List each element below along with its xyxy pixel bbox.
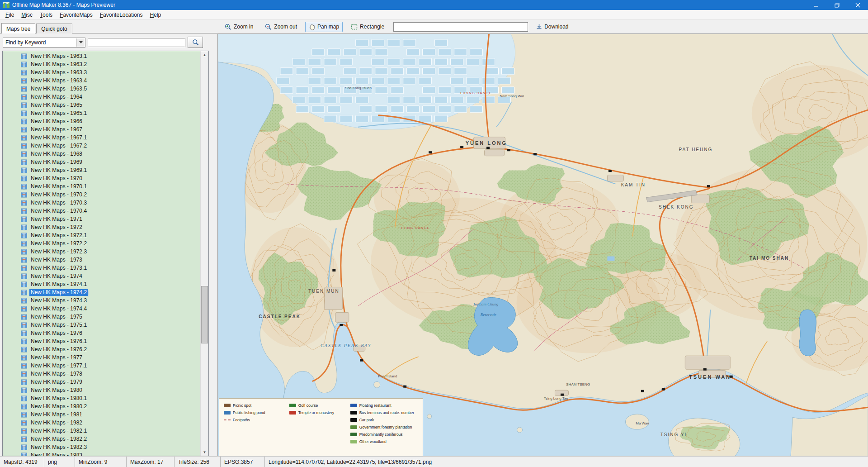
tree-item[interactable]: New HK Maps - 1972.1 — [3, 231, 201, 239]
menu-item-misc[interactable]: Misc — [18, 10, 36, 19]
tree-item-label: New HK Maps - 1982 — [29, 419, 84, 426]
tree-item[interactable]: New HK Maps - 1963.5 — [3, 85, 201, 93]
tree-item[interactable]: New HK Maps - 1972 — [3, 223, 201, 231]
tree-item[interactable]: New HK Maps - 1963.4 — [3, 76, 201, 85]
tree-item[interactable]: New HK Maps - 1974.3 — [3, 296, 201, 305]
menu-item-favoritemaps[interactable]: FavoriteMaps — [56, 10, 96, 19]
tree-item-label: New HK Maps - 1973 — [29, 257, 84, 263]
panel-splitter[interactable] — [209, 33, 217, 456]
tree-item[interactable]: New HK Maps - 1968 — [3, 150, 201, 158]
tree-item-label: New HK Maps - 1974.4 — [29, 305, 88, 312]
tree-item[interactable]: New HK Maps - 1965 — [3, 101, 201, 109]
tree-item-label: New HK Maps - 1972.1 — [29, 232, 88, 239]
tree-item[interactable]: New HK Maps - 1973 — [3, 256, 201, 264]
tree-item-label: New HK Maps - 1969.1 — [29, 167, 88, 174]
hand-icon — [309, 24, 315, 30]
tree-item[interactable]: New HK Maps - 1981 — [3, 410, 201, 419]
tree-item[interactable]: New HK Maps - 1974 — [3, 272, 201, 280]
tree-scrollbar[interactable]: ▲ ▼ — [200, 51, 208, 456]
tree-item[interactable]: New HK Maps - 1975 — [3, 313, 201, 321]
menubar: FileMiscToolsFavoriteMapsFavoriteLocatio… — [0, 10, 868, 20]
scroll-up-icon[interactable]: ▲ — [201, 51, 208, 58]
tree-item[interactable]: New HK Maps - 1963.1 — [3, 52, 201, 60]
status-bar: MapsID: 4319pngMinZoom: 9MaxZoom: 17Tile… — [0, 456, 868, 467]
scroll-down-icon[interactable]: ▼ — [201, 448, 208, 456]
legend-item-label: Golf course — [298, 403, 318, 408]
tree-item[interactable]: New HK Maps - 1976 — [3, 329, 201, 337]
map-layer-icon — [21, 151, 27, 157]
tree-item-label: New HK Maps - 1983 — [29, 452, 84, 456]
minimize-button[interactable] — [806, 0, 826, 10]
chevron-down-icon[interactable] — [76, 38, 85, 47]
scrollbar-thumb[interactable] — [201, 286, 208, 343]
legend-item: Golf course — [289, 403, 347, 408]
map-layer-icon — [21, 257, 27, 263]
tree-item-label: New HK Maps - 1968 — [29, 151, 84, 157]
map-layer-icon — [21, 298, 27, 304]
tree-item[interactable]: New HK Maps - 1982.3 — [3, 443, 201, 451]
tree-item[interactable]: New HK Maps - 1980 — [3, 386, 201, 394]
tree-item[interactable]: New HK Maps - 1977 — [3, 353, 201, 362]
restore-button[interactable] — [826, 0, 847, 10]
tree-item[interactable]: New HK Maps - 1970.4 — [3, 207, 201, 215]
map-view[interactable]: YUEN LONGKAM TINPAT HEUNGSHEK KONGTAI MO… — [218, 34, 868, 456]
tree-item-label: New HK Maps - 1970 — [29, 175, 84, 182]
menu-item-favoritelocations[interactable]: FavoriteLocations — [96, 10, 146, 19]
search-row: Find by Keyword — [0, 33, 209, 51]
rectangle-button[interactable]: Rectangle — [347, 22, 388, 32]
search-button[interactable] — [188, 37, 203, 48]
tree-item[interactable]: New HK Maps - 1976.2 — [3, 345, 201, 353]
tree-item[interactable]: New HK Maps - 1963.2 — [3, 60, 201, 68]
tree-item[interactable]: New HK Maps - 1967.1 — [3, 133, 201, 142]
tree-item[interactable]: New HK Maps - 1965.1 — [3, 109, 201, 117]
tree-item[interactable]: New HK Maps - 1966 — [3, 117, 201, 125]
tree-item[interactable]: New HK Maps - 1982 — [3, 419, 201, 427]
tab-quick-goto[interactable]: Quick goto — [36, 24, 72, 33]
tree-item[interactable]: New HK Maps - 1974.4 — [3, 305, 201, 313]
tree-item[interactable]: New HK Maps - 1970.3 — [3, 199, 201, 207]
pan-map-button[interactable]: Pan map — [305, 22, 343, 32]
find-by-dropdown[interactable]: Find by Keyword — [3, 38, 85, 48]
tree-item[interactable]: New HK Maps - 1983 — [3, 451, 201, 456]
zoom-in-button[interactable]: Zoom in — [221, 22, 257, 32]
tree-item[interactable]: New HK Maps - 1976.1 — [3, 337, 201, 345]
tree-item[interactable]: New HK Maps - 1963.3 — [3, 68, 201, 76]
tree-item[interactable]: New HK Maps - 1974.2 — [3, 288, 201, 296]
tree-item[interactable]: New HK Maps - 1980.1 — [3, 394, 201, 402]
tree-item[interactable]: New HK Maps - 1970 — [3, 174, 201, 182]
tree-item[interactable]: New HK Maps - 1971 — [3, 215, 201, 223]
menu-item-help[interactable]: Help — [146, 10, 165, 19]
tree-item[interactable]: New HK Maps - 1972.2 — [3, 239, 201, 248]
download-button[interactable]: Download — [533, 22, 572, 32]
close-button[interactable] — [847, 0, 868, 10]
tree-item[interactable]: New HK Maps - 1982.1 — [3, 427, 201, 435]
tree-item[interactable]: New HK Maps - 1974.1 — [3, 280, 201, 288]
search-input[interactable] — [88, 38, 185, 47]
tree-item[interactable]: New HK Maps - 1975.1 — [3, 321, 201, 329]
tab-maps-tree[interactable]: Maps tree — [1, 23, 35, 33]
tree-item[interactable]: New HK Maps - 1972.3 — [3, 248, 201, 256]
tree-item[interactable]: New HK Maps - 1978 — [3, 370, 201, 378]
tree-item[interactable]: New HK Maps - 1970.1 — [3, 182, 201, 191]
menu-item-tools[interactable]: Tools — [36, 10, 56, 19]
tree-item[interactable]: New HK Maps - 1964 — [3, 93, 201, 101]
tree-item[interactable]: New HK Maps - 1969 — [3, 158, 201, 166]
tree-item[interactable]: New HK Maps - 1979 — [3, 378, 201, 386]
zoom-out-button[interactable]: Zoom out — [261, 22, 301, 32]
golf-course-icon — [289, 404, 296, 407]
tree-item[interactable]: New HK Maps - 1977.1 — [3, 362, 201, 370]
tree-item-label: New HK Maps - 1965 — [29, 102, 84, 109]
menu-item-file[interactable]: File — [2, 10, 18, 19]
tree-item[interactable]: New HK Maps - 1969.1 — [3, 166, 201, 174]
toolbar-input[interactable] — [393, 22, 528, 32]
legend-item-label: Public fishing pond — [233, 410, 265, 415]
tree-item-label: New HK Maps - 1963.4 — [29, 77, 88, 84]
tree-item[interactable]: New HK Maps - 1973.1 — [3, 264, 201, 272]
tree-item[interactable]: New HK Maps - 1967.2 — [3, 142, 201, 150]
tree-item[interactable]: New HK Maps - 1980.2 — [3, 402, 201, 410]
tree-item[interactable]: New HK Maps - 1967 — [3, 125, 201, 133]
tree-item[interactable]: New HK Maps - 1982.2 — [3, 435, 201, 443]
status-segment: TileSize: 256 — [175, 457, 221, 467]
map-layer-icon — [21, 265, 27, 271]
tree-item[interactable]: New HK Maps - 1970.2 — [3, 191, 201, 199]
